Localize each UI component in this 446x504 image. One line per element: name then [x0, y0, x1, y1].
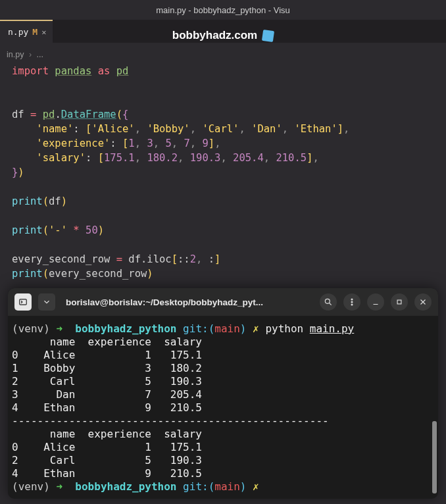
output-row: 0 Alice 1 175.1 — [12, 441, 202, 453]
output-row: 1 Bobby 3 180.2 — [12, 362, 202, 374]
minimize-icon — [371, 297, 380, 307]
cmd-script: main.py — [310, 322, 354, 335]
cmd-python: python — [265, 322, 303, 335]
var-every-second-row: every_second_row — [12, 253, 110, 265]
menu-button[interactable] — [343, 293, 360, 311]
output-row: 3 Dan 7 205.4 — [12, 388, 202, 401]
search-button[interactable] — [320, 293, 337, 311]
terminal-header: borislav@borislav:~/Desktop/bobbyhadz_py… — [8, 288, 438, 316]
close-icon[interactable]: ✕ — [41, 28, 46, 37]
output-row: 2 Carl 5 190.3 — [12, 375, 202, 388]
cube-icon — [262, 29, 274, 41]
new-tab-button[interactable] — [14, 293, 32, 311]
module-pandas: pandas — [55, 65, 91, 77]
site-banner: bobbyhadz.com — [0, 28, 446, 43]
cls-dataframe: DataFrame — [61, 109, 116, 120]
minimize-button[interactable] — [367, 293, 384, 311]
output-header: name experience salary — [12, 428, 202, 440]
alias-pd: pd — [116, 65, 129, 77]
svg-point-2 — [351, 299, 353, 300]
output-separator: ----------------------------------------… — [12, 415, 329, 427]
window-title: main.py - bobbyhadz_python - Visu — [156, 5, 290, 15]
op-eq: = — [30, 109, 36, 120]
tab-dropdown-button[interactable] — [38, 293, 55, 311]
key-experience: 'experience' — [36, 138, 110, 149]
var-df: df — [12, 109, 24, 120]
output-row: 4 Ethan 9 210.5 — [12, 467, 202, 480]
plus-terminal-icon — [18, 297, 28, 307]
breadcrumb-more: ... — [37, 50, 43, 59]
prompt-branch: main — [214, 322, 240, 335]
terminal-body[interactable]: (venv) ➜ bobbyhadz_python git:(main) ✗ p… — [8, 316, 438, 499]
search-icon — [324, 297, 333, 307]
output-row: 2 Carl 5 190.3 — [12, 454, 202, 466]
tab-main-py[interactable]: n.py M ✕ — [0, 20, 53, 43]
kebab-icon — [347, 297, 357, 307]
terminal-title: borislav@borislav:~/Desktop/bobbyhadz_py… — [66, 297, 313, 307]
breadcrumb-file: in.py — [7, 50, 24, 59]
prompt-arrow: ➜ — [56, 322, 62, 335]
keyword-as: as — [98, 65, 111, 77]
prompt-git: git: — [183, 322, 209, 335]
svg-rect-0 — [20, 299, 27, 305]
svg-point-3 — [351, 301, 353, 303]
keyword-import: import — [12, 65, 49, 77]
close-icon — [418, 297, 428, 307]
fn-print: print — [12, 195, 43, 207]
maximize-button[interactable] — [391, 293, 408, 311]
output-row: 0 Alice 1 175.1 — [12, 349, 202, 361]
key-name: 'name' — [36, 123, 73, 135]
scrollbar-thumb[interactable] — [432, 421, 437, 493]
output-row: 4 Ethan 9 210.5 — [12, 401, 202, 414]
tab-filename: n.py — [8, 27, 28, 37]
terminal-panel: borislav@borislav:~/Desktop/bobbyhadz_py… — [8, 288, 438, 499]
chevron-down-icon — [42, 297, 51, 307]
prompt-dir: bobbyhadz_python — [75, 322, 176, 335]
site-name: bobbyhadz.com — [172, 29, 257, 42]
output-header: name experience salary — [12, 336, 202, 348]
window-titlebar: main.py - bobbyhadz_python - Visu — [0, 0, 446, 20]
prompt-venv: (venv) — [12, 322, 50, 335]
dirty-icon: ✗ — [253, 322, 259, 335]
close-button[interactable] — [414, 293, 432, 311]
ref-pd: pd — [43, 109, 55, 120]
tab-modified-badge: M — [32, 27, 37, 37]
editor-area[interactable]: import pandas as pd df = pd.DataFrame({ … — [0, 61, 446, 284]
svg-point-4 — [351, 304, 353, 305]
svg-point-1 — [325, 299, 330, 303]
maximize-icon — [395, 297, 404, 307]
key-salary: 'salary' — [36, 152, 86, 164]
chevron-right-icon: › — [29, 50, 32, 59]
breadcrumb[interactable]: in.py › ... — [0, 48, 446, 61]
svg-rect-5 — [397, 300, 401, 304]
